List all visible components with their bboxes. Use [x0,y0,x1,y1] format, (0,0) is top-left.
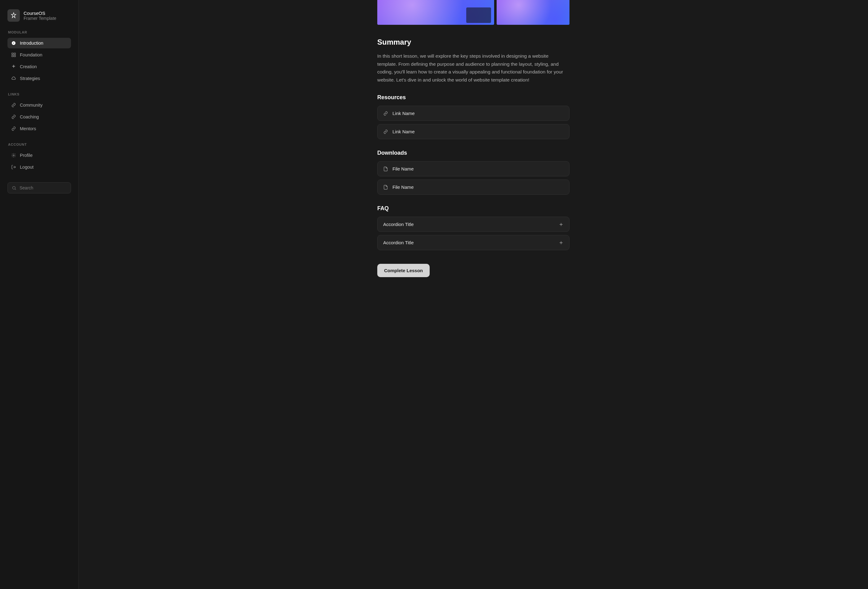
sidebar-item-creation[interactable]: Creation [7,61,71,72]
sidebar-item-logout[interactable]: Logout [7,162,71,172]
sidebar-item-label: Introduction [20,41,43,46]
sidebar-item-label: Coaching [20,114,39,120]
sparkle-icon [11,64,16,69]
svg-rect-2 [14,53,16,55]
cloud-icon [11,76,16,81]
search-box[interactable] [7,182,71,193]
sidebar-item-mentors[interactable]: Mentors [7,123,71,134]
summary-text: In this short lesson, we will explore th… [377,52,570,84]
nav-section-modular: MODULAR Introduction Foundation Creation… [7,30,71,84]
brand[interactable]: CourseOS Framer Template [7,9,71,22]
resource-label: Link Name [393,129,564,134]
sidebar: CourseOS Framer Template MODULAR Introdu… [0,0,79,589]
nav-heading-links: LINKS [7,92,71,96]
lesson-content: Summary In this short lesson, we will ex… [377,0,570,570]
brand-logo-icon [7,9,20,22]
resources-heading: Resources [377,94,570,101]
compass-icon [11,41,16,46]
brand-text: CourseOS Framer Template [24,10,56,21]
sidebar-item-label: Strategies [20,76,40,81]
sidebar-item-label: Creation [20,64,37,69]
search-input[interactable] [19,185,67,190]
plus-icon [559,240,564,245]
file-icon [383,185,388,190]
resource-label: Link Name [393,111,564,116]
downloads-heading: Downloads [377,150,570,156]
download-label: File Name [393,185,564,190]
sidebar-item-profile[interactable]: Profile [7,150,71,161]
faq-accordion[interactable]: Accordion Title [377,217,570,232]
sidebar-item-label: Foundation [20,52,43,58]
faq-title: Accordion Title [383,221,554,227]
logout-icon [11,165,16,170]
hero-image-left [377,0,494,25]
main: Summary In this short lesson, we will ex… [79,0,868,589]
hero-images [377,0,570,25]
shapes-icon [11,52,16,58]
plus-icon [559,222,564,227]
faq-accordion[interactable]: Accordion Title [377,235,570,250]
resource-link[interactable]: Link Name [377,124,570,139]
faq-heading: FAQ [377,205,570,212]
sidebar-item-community[interactable]: Community [7,100,71,110]
complete-lesson-button[interactable]: Complete Lesson [377,264,430,277]
sidebar-item-introduction[interactable]: Introduction [7,38,71,48]
svg-point-5 [13,155,14,156]
svg-rect-1 [12,53,13,55]
download-file[interactable]: File Name [377,161,570,176]
sidebar-item-strategies[interactable]: Strategies [7,73,71,84]
summary-heading: Summary [377,38,570,46]
link-icon [11,114,16,120]
link-icon [11,126,16,131]
nav-heading-modular: MODULAR [7,30,71,34]
sidebar-item-coaching[interactable]: Coaching [7,112,71,122]
nav-section-links: LINKS Community Coaching Mentors [7,92,71,134]
nav-section-account: ACCOUNT Profile Logout [7,143,71,172]
svg-rect-3 [12,55,13,57]
nav-heading-account: ACCOUNT [7,143,71,146]
search-icon [12,185,16,190]
brand-subtitle: Framer Template [24,16,56,21]
sidebar-item-label: Community [20,103,43,108]
file-icon [383,167,388,171]
svg-point-6 [12,186,15,189]
sidebar-item-label: Profile [20,153,32,158]
download-file[interactable]: File Name [377,180,570,195]
gear-icon [11,153,16,158]
resource-link[interactable]: Link Name [377,106,570,121]
link-icon [383,111,388,116]
link-icon [383,129,388,134]
sidebar-item-label: Logout [20,165,34,170]
link-icon [11,103,16,108]
faq-title: Accordion Title [383,240,554,245]
download-label: File Name [393,166,564,171]
sidebar-item-foundation[interactable]: Foundation [7,50,71,60]
svg-rect-4 [14,55,16,57]
hero-image-right [497,0,570,25]
sidebar-item-label: Mentors [20,126,36,131]
brand-title: CourseOS [24,10,56,16]
